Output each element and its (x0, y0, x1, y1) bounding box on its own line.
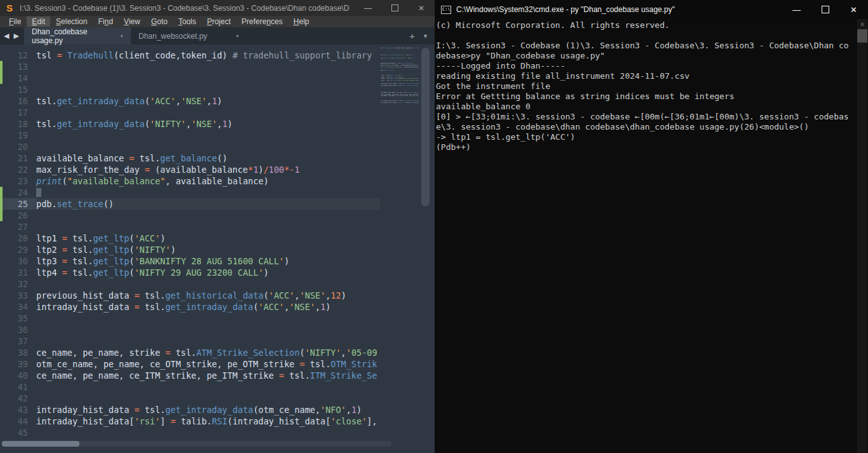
code-text: ce_name, pe_name, ce_ITM_strike, pe_ITM_… (36, 370, 380, 381)
code-line-37[interactable]: 37 (0, 335, 380, 347)
code-line-40[interactable]: 40ce_name, pe_name, ce_ITM_strike, pe_IT… (0, 370, 380, 381)
code-line-12[interactable]: 12tsl = Tradehull(client_code,token_id) … (0, 50, 380, 61)
menu-item-selection[interactable]: Selection (51, 17, 92, 27)
new-tab-icon[interactable]: + (409, 30, 415, 41)
code-line-23[interactable]: 23print("available_balance", available_b… (0, 175, 380, 187)
scroll-up-arrow-icon[interactable]: ∧ (857, 19, 867, 29)
code-text (36, 130, 380, 141)
code-text (36, 278, 380, 290)
minimap-line (381, 104, 419, 106)
code-text: intraday_hist_data['rsi'] = talib.RSI(in… (36, 416, 380, 427)
menu-item-edit[interactable]: Edit (27, 17, 50, 27)
menu-item-view[interactable]: View (119, 17, 146, 27)
code-line-42[interactable]: 42 (0, 393, 380, 404)
menu-item-tools[interactable]: Tools (173, 17, 201, 27)
sublime-logo-icon: S (4, 3, 15, 13)
menu-item-project[interactable]: Project (202, 17, 236, 27)
line-number: 41 (3, 381, 36, 393)
line-number: 39 (3, 358, 36, 370)
code-line-13[interactable]: 13 (0, 61, 380, 72)
terminal-output[interactable]: (c) Microsoft Corporation. All rights re… (436, 20, 857, 453)
line-number: 14 (3, 72, 36, 84)
code-text (36, 107, 380, 118)
code-text (36, 141, 380, 152)
code-line-18[interactable]: 18tsl.get_intraday_data('NIFTY','NSE',1) (0, 118, 380, 130)
code-line-29[interactable]: 29ltp2 = tsl.get_ltp('NIFTY') (0, 244, 380, 255)
code-line-41[interactable]: 41 (0, 381, 380, 393)
code-line-27[interactable]: 27 (0, 221, 380, 233)
code-line-35[interactable]: 35 (0, 313, 380, 324)
terminal-line: available_balance 0 (436, 102, 857, 112)
line-number: 43 (3, 404, 36, 416)
line-number: 33 (3, 290, 36, 301)
line-number: 34 (3, 301, 36, 313)
code-line-39[interactable]: 39otm_ce_name, pe_name, ce_OTM_strike, p… (0, 358, 380, 370)
menu-item-find[interactable]: Find (93, 17, 118, 27)
line-number: 16 (3, 95, 36, 107)
close-button[interactable]: ✕ (408, 0, 435, 16)
code-line-15[interactable]: 15 (0, 84, 380, 95)
horizontal-scrollbar-thumb[interactable] (2, 441, 79, 447)
menu-item-help[interactable]: Help (288, 17, 315, 27)
code-text: ce_name, pe_name, strike = tsl.ATM_Strik… (36, 347, 380, 358)
terminal-line: -----Logged into Dhan----- (436, 61, 857, 71)
code-line-16[interactable]: 16tsl.get_intraday_data('ACC','NSE',1) (0, 95, 380, 107)
menu-item-file[interactable]: File (4, 17, 26, 27)
code-line-24[interactable]: 24 (0, 187, 380, 198)
code-line-31[interactable]: 31ltp4 = tsl.get_ltp('NIFTY 29 AUG 23200… (0, 267, 380, 278)
tab-dhan-websocket-py[interactable]: Dhan_websocket.py● (131, 27, 247, 44)
code-text: available_balance = tsl.get_balance() (36, 152, 380, 164)
code-text: tsl = Tradehull(client_code,token_id) # … (36, 50, 380, 61)
code-line-30[interactable]: 30ltp3 = tsl.get_ltp('BANKNIFTY 28 AUG 5… (0, 255, 380, 267)
cmd-icon: C:\ (441, 6, 451, 14)
terminal-minimize-button[interactable]: — (782, 0, 811, 19)
tab-dhan-codebase-usage-py[interactable]: Dhan_codebase usage.py● (24, 27, 131, 44)
tab-overflow-icon[interactable]: ▼ (423, 33, 428, 39)
code-line-38[interactable]: 38ce_name, pe_name, strike = tsl.ATM_Str… (0, 347, 380, 358)
terminal-scrollbar[interactable]: ∧ (857, 19, 867, 453)
code-line-17[interactable]: 17 (0, 107, 380, 118)
code-line-19[interactable]: 19 (0, 130, 380, 141)
modified-dot-icon: ● (236, 33, 239, 39)
tab-nav-arrows[interactable]: ◀ ▶ (0, 27, 24, 44)
terminal-line: -> ltp1 = tsl.get_ltp('ACC') (436, 132, 857, 142)
code-editor[interactable]: 12tsl = Tradehull(client_code,token_id) … (0, 44, 435, 453)
sublime-window: S I:\3. Session3 - Codebase (1)\3. Sessi… (0, 0, 435, 453)
code-line-21[interactable]: 21available_balance = tsl.get_balance() (0, 152, 380, 164)
minimize-button[interactable]: — (355, 0, 381, 16)
vertical-scrollbar-thumb[interactable] (421, 48, 430, 206)
code-line-26[interactable]: 26 (0, 210, 380, 221)
terminal-line: I:\3. Session3 - Codebase (1)\3. Session… (436, 41, 857, 51)
code-line-22[interactable]: 22max_risk_for_the_day = (available_bala… (0, 164, 380, 175)
menu-item-preferences[interactable]: Preferences (236, 17, 288, 27)
terminal-close-button[interactable]: ✕ (839, 0, 868, 19)
code-line-44[interactable]: 44intraday_hist_data['rsi'] = talib.RSI(… (0, 416, 380, 427)
code-line-45[interactable]: 45 (0, 427, 380, 438)
code-line-25[interactable]: 25pdb.set_trace() (0, 198, 380, 210)
menu-item-goto[interactable]: Goto (146, 17, 173, 27)
code-line-36[interactable]: 36 (0, 324, 380, 335)
line-number: 37 (3, 335, 36, 347)
code-text: ltp1 = tsl.get_ltp('ACC') (36, 233, 380, 244)
code-text (36, 61, 380, 72)
terminal-line: (Pdb++) (436, 142, 857, 152)
horizontal-scrollbar[interactable] (1, 441, 391, 447)
terminal-maximize-button[interactable] (811, 0, 839, 19)
code-line-32[interactable]: 32 (0, 278, 380, 290)
code-text: intraday_hist_data = tsl.get_intraday_da… (36, 301, 380, 313)
minimap[interactable]: tsl = Tradehull(client_code,token_id) # … (381, 48, 419, 442)
line-number: 17 (3, 107, 36, 118)
code-text (36, 84, 380, 95)
code-line-34[interactable]: 34intraday_hist_data = tsl.get_intraday_… (0, 301, 380, 313)
code-line-28[interactable]: 28ltp1 = tsl.get_ltp('ACC') (0, 233, 380, 244)
line-number: 29 (3, 244, 36, 255)
line-number: 26 (3, 210, 36, 221)
tabbar-right-icons: + ▼ (409, 27, 435, 44)
terminal-scrollbar-thumb[interactable] (857, 29, 867, 43)
code-line-20[interactable]: 20 (0, 141, 380, 152)
code-line-33[interactable]: 33previous_hist_data = tsl.get_historica… (0, 290, 380, 301)
code-line-43[interactable]: 43intraday_hist_data = tsl.get_intraday_… (0, 404, 380, 416)
maximize-button[interactable] (381, 0, 408, 16)
editor-window-controls: — ✕ (355, 0, 435, 16)
code-line-14[interactable]: 14 (0, 72, 380, 84)
